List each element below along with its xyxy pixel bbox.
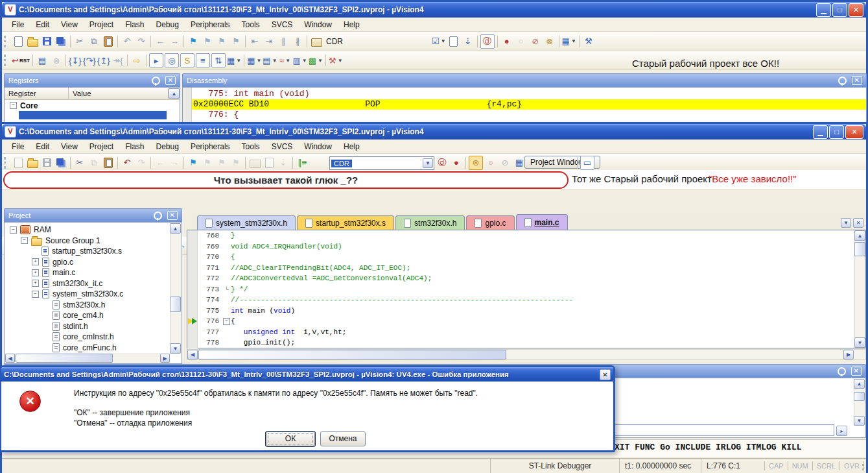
undo-icon[interactable]: ↶ <box>121 156 134 169</box>
column-register[interactable]: Register <box>5 88 69 99</box>
unindent-icon[interactable]: ⇤ <box>248 35 261 48</box>
save-icon[interactable] <box>40 35 53 48</box>
window-layout-dropdown-icon[interactable]: ▦▼ <box>562 35 576 48</box>
debug-toolbox-icon[interactable]: ⚒▼ <box>329 54 343 67</box>
toolbar-grip[interactable] <box>4 36 8 47</box>
ok-button[interactable]: ОК <box>266 431 315 446</box>
close-icon[interactable]: ✕ <box>849 3 863 17</box>
registers-window-icon[interactable]: ≡ <box>196 53 210 67</box>
reset-cpu-icon[interactable]: ↩RST <box>12 54 30 67</box>
insert-bookmark-icon[interactable]: ⚑ <box>187 35 200 48</box>
collapse-icon[interactable]: − <box>32 291 39 298</box>
maximize-icon[interactable]: □ <box>832 3 847 17</box>
scroll-down-icon[interactable]: ▼ <box>854 416 865 426</box>
navigate-back-icon[interactable]: ← <box>154 156 167 169</box>
scroll-thumb[interactable] <box>16 354 113 363</box>
tree-item-main-c[interactable]: +main.c <box>7 267 182 278</box>
find-in-files-icon[interactable] <box>248 156 261 169</box>
select-target-dropdown-icon[interactable]: ☑▼ <box>432 35 446 48</box>
redo-icon[interactable]: ↷ <box>135 35 148 48</box>
scroll-thumb[interactable] <box>854 392 865 401</box>
collapse-icon[interactable]: − <box>223 318 230 325</box>
command-send-icon[interactable]: ▸ <box>836 426 847 436</box>
column-value[interactable]: Value <box>69 88 169 99</box>
open-file-icon[interactable] <box>26 35 39 48</box>
clear-bookmarks-icon[interactable]: ⚑ <box>229 156 242 169</box>
tree-item-core-cm4-h[interactable]: core_cm4.h <box>7 310 182 321</box>
close-icon[interactable]: ✕ <box>852 76 862 85</box>
menu-item-svcs[interactable]: SVCS <box>266 141 299 152</box>
system-viewer-dropdown-icon[interactable]: ▩▼ <box>309 54 323 67</box>
toolbar-grip[interactable] <box>4 157 8 169</box>
copy-icon[interactable]: ⧉ <box>88 35 100 48</box>
scroll-right-icon[interactable]: ▶ <box>843 350 854 359</box>
tab-main-c[interactable]: main.c <box>516 214 568 230</box>
menu-item-window[interactable]: Window <box>298 19 338 30</box>
run-to-cursor-line-icon[interactable]: ↠{ <box>111 54 124 67</box>
save-icon[interactable] <box>40 156 53 169</box>
serial-window-dropdown-icon[interactable]: ▤▼ <box>263 54 277 67</box>
kill-all-breakpoints-icon[interactable]: ⊗ <box>543 35 556 48</box>
tree-item-system-stm32f30x-c[interactable]: −system_stm32f30x.c <box>7 289 182 300</box>
uncomment-selection-icon[interactable]: ∦ <box>291 35 304 48</box>
open-file-icon[interactable] <box>26 156 39 169</box>
scroll-down-icon[interactable]: ▼ <box>170 343 181 354</box>
comment-selection-icon[interactable]: ∥ <box>277 35 290 48</box>
find-in-files-icon[interactable] <box>310 35 323 48</box>
disable-all-breakpoints-icon[interactable]: ⊘ <box>529 35 542 48</box>
tree-item-core-cmfunc-h[interactable]: core_cmFunc.h <box>7 343 182 354</box>
insert-breakpoint-icon[interactable]: ● <box>450 156 463 169</box>
menu-item-flash[interactable]: Flash <box>119 19 150 30</box>
menu-item-edit[interactable]: Edit <box>30 19 55 30</box>
expand-icon[interactable]: + <box>32 269 39 276</box>
scroll-left-icon[interactable]: ◀ <box>187 350 198 359</box>
show-next-statement-icon[interactable]: ▤ <box>36 54 49 67</box>
save-all-icon[interactable] <box>54 156 67 169</box>
resize-grip[interactable] <box>856 464 864 470</box>
find-combobox[interactable]: CDR ▼ <box>329 156 434 170</box>
collapse-icon[interactable]: − <box>10 226 17 234</box>
tree-item-gpio-c[interactable]: +gpio.c <box>7 257 182 268</box>
tree-item-stm32f30x-it-c[interactable]: +stm32f30x_it.c <box>7 278 182 289</box>
menu-item-project[interactable]: Project <box>84 19 119 30</box>
incremental-find-icon[interactable]: ⇣ <box>462 35 475 48</box>
menu-item-window[interactable]: Window <box>298 141 338 152</box>
maximize-icon[interactable]: □ <box>829 125 844 139</box>
call-stack-window-icon[interactable]: ⇅ <box>211 53 226 67</box>
menu-item-tools[interactable]: Tools <box>236 19 266 30</box>
paste-icon[interactable] <box>102 156 115 169</box>
incremental-find-icon[interactable]: ⇣ <box>277 156 290 169</box>
insert-bookmark-icon[interactable]: ⚑ <box>187 156 200 169</box>
memory-window-dropdown-icon[interactable]: ▦▼ <box>247 54 261 67</box>
next-bookmark-icon[interactable]: ⚑ <box>215 156 228 169</box>
paste-icon[interactable] <box>102 35 115 48</box>
tree-item-stm32f30x-h[interactable]: stm32f30x.h <box>7 300 182 311</box>
navigate-forward-icon[interactable]: → <box>168 156 181 169</box>
navigate-forward-icon[interactable]: → <box>168 35 181 48</box>
next-bookmark-icon[interactable]: ⚑ <box>215 35 228 48</box>
scroll-down-icon[interactable]: ▼ <box>854 337 865 348</box>
clear-bookmarks-icon[interactable]: ⚑ <box>229 35 242 48</box>
tree-item-core-cminstr-h[interactable]: core_cmInstr.h <box>7 332 182 343</box>
tree-item-startup-stm32f30x-s[interactable]: startup_stm32f30x.s <box>7 246 182 257</box>
copy-icon[interactable]: ⧉ <box>88 156 100 169</box>
insert-breakpoint-icon[interactable]: ● <box>500 35 513 48</box>
stop-debug-icon[interactable]: ⊗ <box>50 54 63 67</box>
project-hscrollbar[interactable]: ◀ ▶ <box>5 354 170 363</box>
toolbar-grip[interactable] <box>4 55 8 66</box>
menu-item-view[interactable]: View <box>55 141 84 152</box>
start-stop-debug-icon[interactable]: ⓓ <box>480 34 495 49</box>
editor-hscrollbar[interactable]: ◀ ▶ <box>187 349 866 360</box>
indent-icon[interactable]: ⇥ <box>263 35 276 48</box>
watch-window-dropdown-icon[interactable]: ▦▼ <box>227 54 241 67</box>
chevron-down-icon[interactable]: ▼ <box>423 158 433 168</box>
menu-item-peripherals[interactable]: Peripherals <box>185 141 236 152</box>
previous-bookmark-icon[interactable]: ⚑ <box>201 156 214 169</box>
run-icon[interactable]: ⇨ <box>130 54 143 67</box>
previous-bookmark-icon[interactable]: ⚑ <box>201 35 214 48</box>
command-vscrollbar[interactable]: ▲ ▼ <box>854 379 865 426</box>
fold-marker[interactable]: − <box>222 317 231 325</box>
configure-tools-icon[interactable]: ⚒ <box>582 35 595 48</box>
scroll-up-icon[interactable]: ▲ <box>854 379 865 389</box>
new-file-icon[interactable] <box>12 156 25 169</box>
